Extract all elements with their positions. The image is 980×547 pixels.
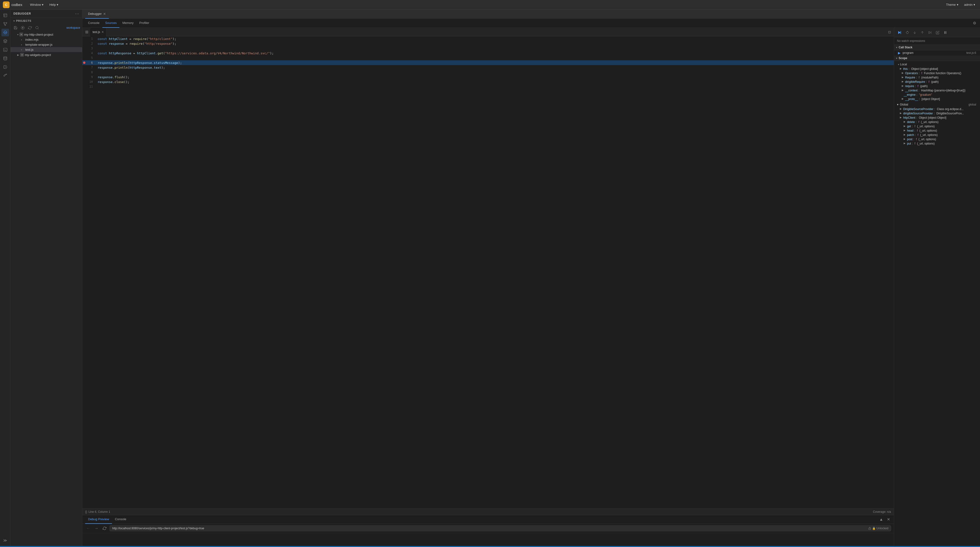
content-area: Debugger ✕ Console Sources Memory Profil…: [82, 10, 980, 546]
icon-sidebar: ≫: [0, 10, 11, 546]
tab-memory[interactable]: Memory: [119, 19, 136, 28]
sidebar-icon-chevrons[interactable]: ≫: [2, 536, 9, 544]
scope-item-put[interactable]: ▶ put : f (_url, options): [894, 142, 980, 146]
sidebar-icon-git[interactable]: [2, 20, 9, 28]
help-menu[interactable]: Help ▾: [48, 2, 60, 8]
scope-item-require-cap[interactable]: ▶ Require : f (modulePath): [894, 75, 980, 80]
scope-item-get[interactable]: ▶ get : f (_url, options): [894, 124, 980, 129]
scope-item-post[interactable]: ▶ post : f (_url, options): [894, 137, 980, 142]
editor-toolbar: ⊞ test.js ✕ ⊡: [82, 28, 894, 37]
breakpoint-area-6[interactable]: [82, 62, 86, 64]
lock-icon: 🔒 Unlocked: [868, 527, 888, 530]
scope-item-dirigible-require[interactable]: ▶ dirigibleRequire : f (path): [894, 80, 980, 84]
forward-button[interactable]: →: [93, 525, 100, 531]
sidebar-icon-database[interactable]: [2, 54, 9, 62]
close-debugger-tab[interactable]: ✕: [103, 12, 106, 16]
svg-rect-11: [900, 31, 901, 34]
call-stack-header[interactable]: ▾ Call Stack: [894, 45, 980, 50]
reload-button[interactable]: [102, 525, 108, 531]
local-scope: ▾ Local ▶ this : Object [object global] …: [894, 61, 980, 102]
sidebar-title: Debugger: [13, 12, 31, 15]
collapse-bottom-panel[interactable]: ▲: [878, 516, 884, 523]
step-over-button[interactable]: [904, 29, 910, 36]
code-line-3: 3: [82, 46, 894, 51]
url-bar[interactable]: http://localhost:8080/services/js/my-htt…: [110, 525, 891, 531]
toggle-panel-icon[interactable]: ⊞: [84, 29, 89, 35]
file-bullet3: •: [21, 48, 22, 51]
call-stack-label: Call Stack: [899, 46, 912, 49]
scope-item-this[interactable]: ▶ this : Object [object global]: [894, 67, 980, 71]
svg-rect-13: [945, 31, 946, 34]
scope-item-patch[interactable]: ▶ patch : f (_url, options): [894, 133, 980, 137]
tree-item-my-widgets-project[interactable]: ▶ ✕ my-widgets-project: [11, 52, 82, 57]
scope-item-context[interactable]: ▶ __context : HashMap {params={debug=[tr…: [894, 88, 980, 92]
workspace-link[interactable]: workspace: [67, 26, 80, 29]
tab-console-bottom[interactable]: Console: [112, 515, 129, 524]
pause-button[interactable]: [942, 29, 949, 36]
sidebar-icon-layers[interactable]: [2, 37, 9, 45]
resume-button[interactable]: [896, 29, 903, 36]
scope-header[interactable]: ▾ Scope: [894, 56, 980, 61]
svg-point-8: [36, 26, 38, 29]
tree-item-index-mjs[interactable]: • index.mjs: [11, 37, 82, 42]
svg-point-2: [6, 22, 7, 24]
call-stack-chevron: ▾: [896, 46, 897, 49]
file-bullet: •: [21, 38, 22, 41]
tab-sources[interactable]: Sources: [102, 19, 119, 28]
sidebar-menu-button[interactable]: ⋯: [75, 11, 79, 16]
scope-item-head[interactable]: ▶ head : f (_url, options): [894, 129, 980, 133]
debugger-tab[interactable]: Debugger ✕: [85, 10, 109, 19]
status-bar: {} Line 6, Column 1 Coverage: n/a: [82, 508, 894, 515]
sidebar-icon-files[interactable]: [2, 11, 9, 19]
svg-point-5: [3, 57, 7, 58]
editor-tab-test-js[interactable]: test.js ✕: [90, 28, 107, 37]
app-name: codbex: [11, 3, 22, 7]
scope-item-httpclient-global[interactable]: ▶ httpClient : Object [object Object]: [894, 116, 980, 120]
scope-item-dirigiblesourceprovider-cap[interactable]: ▶ DirigibleSourceProvider : Class org.ec…: [894, 107, 980, 111]
step-out-button[interactable]: [919, 29, 926, 36]
tree-item-template-wrapper[interactable]: • template-wrapper.js: [11, 42, 82, 47]
sidebar-icon-history[interactable]: [2, 63, 9, 71]
close-editor-tab[interactable]: ✕: [102, 30, 104, 34]
coverage-status: Coverage: n/a: [873, 510, 891, 514]
sidebar-icon-terminal[interactable]: [2, 46, 9, 54]
projects-label[interactable]: ▾ PROJECTS: [11, 18, 82, 24]
tree-item-test-js[interactable]: • test.js: [11, 47, 82, 52]
code-line-2: 2 const response = require("http/respons…: [82, 41, 894, 46]
tab-profiler[interactable]: Profiler: [136, 19, 152, 28]
project-icon2: ✕: [20, 53, 24, 57]
tab-debug-preview[interactable]: Debug Preview: [85, 515, 112, 524]
edit-button[interactable]: [934, 29, 941, 36]
tree-item-my-http-client-project[interactable]: ▾ ✕ my-http-client-project: [11, 32, 82, 37]
close-bottom-panel[interactable]: ✕: [886, 516, 891, 523]
play-button[interactable]: [20, 25, 26, 31]
sidebar-icon-tools[interactable]: [2, 72, 9, 80]
refresh-button[interactable]: [27, 25, 33, 31]
scope-item-delete[interactable]: ▶ delete : f (_url, options): [894, 120, 980, 124]
scope-item-dirigiblesourceprovider[interactable]: ▶ dirigibleSourceProvider : DirigibleSou…: [894, 111, 980, 116]
scope-item-operators[interactable]: ▶ Operators : f Function function Operat…: [894, 71, 980, 75]
url-text: http://localhost:8080/services/js/my-htt…: [112, 527, 204, 530]
tab-console[interactable]: Console: [85, 19, 102, 28]
scope-item-proto[interactable]: ▶ __proto__ : [object Object]: [894, 97, 980, 101]
expand-editor-button[interactable]: ⊡: [887, 29, 892, 35]
sidebar-icon-debug[interactable]: [2, 29, 9, 37]
svg-rect-4: [3, 48, 7, 51]
local-scope-header[interactable]: ▾ Local: [894, 62, 980, 67]
search-button[interactable]: [34, 25, 40, 31]
save-button[interactable]: [13, 25, 19, 31]
settings-icon[interactable]: ⚙: [972, 20, 977, 26]
bottom-panel: Debug Preview Console ▲ ✕ ← →: [82, 515, 894, 546]
step-into-button[interactable]: [912, 29, 918, 36]
admin-menu[interactable]: admin ▾: [962, 2, 977, 8]
window-menu[interactable]: Window ▾: [28, 2, 45, 8]
theme-button[interactable]: Theme ▾: [944, 2, 960, 8]
scope-item-require[interactable]: ▶ require : f (path): [894, 84, 980, 88]
call-stack-item-program[interactable]: ▶ :program test.js:6: [894, 50, 980, 56]
global-scope-header[interactable]: ▾ Global global: [894, 102, 980, 107]
bottom-tab-bar: Debug Preview Console ▲ ✕: [82, 515, 894, 524]
debugger-tab-bar: Debugger ✕: [82, 10, 980, 19]
back-button[interactable]: ←: [85, 525, 91, 531]
code-editor[interactable]: 1 const httpClient = require("http/clien…: [82, 37, 894, 508]
step-continue-button[interactable]: [927, 29, 933, 36]
